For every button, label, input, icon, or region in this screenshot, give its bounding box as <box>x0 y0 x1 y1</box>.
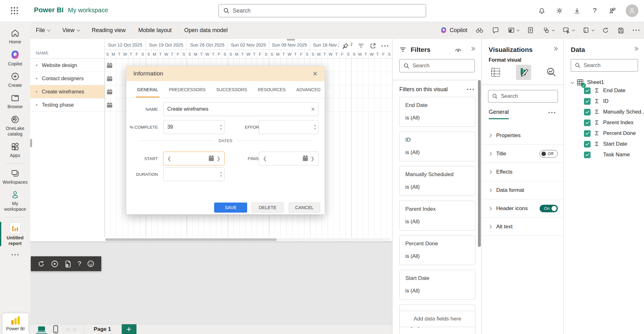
explore-binoculars-icon[interactable] <box>475 26 484 34</box>
toolbar-more-icon[interactable] <box>633 30 640 31</box>
format-search-input[interactable] <box>501 93 550 99</box>
calendar-icon[interactable] <box>107 102 113 108</box>
next-date-icon[interactable]: ❯ <box>216 156 220 161</box>
menu-mobile-layout[interactable]: Mobile layout <box>138 27 172 34</box>
task-row-contact-designers[interactable]: Contact designers <box>30 72 104 85</box>
nav-home[interactable]: Home <box>0 26 30 47</box>
task-name-field[interactable]: ✕ <box>163 102 319 116</box>
finish-date-field[interactable]: ❮ ❯ <box>259 152 319 165</box>
nav-workspaces[interactable]: Workspaces <box>0 166 30 187</box>
filter-card[interactable]: Parent Index is (All) <box>399 201 475 231</box>
selection-handle[interactable] <box>30 139 32 147</box>
section-title[interactable]: Title Off <box>482 145 564 163</box>
filters-search-box[interactable] <box>399 59 475 72</box>
delete-button[interactable]: DELETE <box>252 203 284 213</box>
settings-gear-icon[interactable] <box>555 7 564 15</box>
desktop-view-icon[interactable] <box>37 324 46 334</box>
pin-visual-icon[interactable] <box>342 42 349 49</box>
field-task-name[interactable]: Σ Task Name <box>584 151 630 158</box>
new-page-button[interactable] <box>122 324 136 334</box>
buttons-icon[interactable] <box>582 26 594 34</box>
filter-card[interactable]: Manually Scheduled is (All) <box>399 166 475 196</box>
clear-name-icon[interactable]: ✕ <box>311 106 315 112</box>
field-end-date[interactable]: Σ End Date <box>584 87 625 94</box>
section-header-icons[interactable]: Header icons On <box>482 199 564 218</box>
text-box-icon[interactable] <box>508 26 519 34</box>
save-button[interactable]: SAVE <box>214 203 247 213</box>
filter-card[interactable]: ID is (All) <box>399 131 475 161</box>
visual-more-options-icon[interactable] <box>381 45 388 47</box>
cancel-button[interactable]: CANCEL <box>289 203 320 213</box>
global-search-box[interactable] <box>219 4 426 17</box>
number-stepper[interactable]: ▲▼ <box>220 168 222 181</box>
format-search-box[interactable] <box>488 90 558 103</box>
field-parent-index[interactable]: Σ Parent Index <box>584 119 633 126</box>
checkbox-checked[interactable] <box>584 87 591 94</box>
field-start-date[interactable]: Σ Start Date <box>584 141 627 148</box>
pct-complete-input[interactable] <box>164 124 224 130</box>
nav-onelake-catalog[interactable]: OneLake catalog <box>0 112 30 139</box>
next-page-icon[interactable]: ▷ <box>74 326 77 332</box>
new-visual-icon[interactable] <box>562 26 574 34</box>
powerbi-footer-card[interactable]: Power BI <box>3 313 28 334</box>
prev-page-icon[interactable]: ◁ <box>65 326 69 332</box>
eye-icon[interactable] <box>454 47 462 53</box>
data-search-box[interactable] <box>571 59 638 72</box>
rail-more-options[interactable] <box>0 252 30 258</box>
field-id[interactable]: Σ ID <box>584 98 608 105</box>
checkbox-checked[interactable] <box>584 141 591 148</box>
nav-untitled-report[interactable]: Untitled report <box>0 220 30 249</box>
filter-card[interactable]: End Date is (All) <box>399 97 475 127</box>
duration-input[interactable] <box>164 171 224 177</box>
effort-input[interactable] <box>259 124 318 130</box>
format-more-icon[interactable] <box>548 112 555 113</box>
calendar-picker-icon[interactable] <box>209 156 214 161</box>
menu-reading-view[interactable]: Reading view <box>92 27 126 34</box>
task-name-input[interactable] <box>164 106 318 112</box>
filters-more-icon[interactable] <box>467 89 474 90</box>
table-sheet1[interactable]: Sheet1 <box>571 79 644 86</box>
section-properties[interactable]: Properties <box>482 126 564 145</box>
menu-file[interactable]: File <box>36 27 50 34</box>
smiley-feedback-icon[interactable] <box>87 260 95 268</box>
calendar-icon[interactable] <box>107 76 113 81</box>
collapse-panel-icon[interactable] <box>471 47 475 50</box>
format-tab-general[interactable]: General <box>489 109 509 119</box>
note-page-icon[interactable] <box>527 26 534 34</box>
nav-my-workspace[interactable]: My workspace <box>0 187 30 214</box>
calendar-picker-icon[interactable] <box>303 156 308 161</box>
tab-resources[interactable]: RESOURCES <box>258 82 286 97</box>
visual-filter-icon[interactable] <box>358 43 364 49</box>
checkbox-checked[interactable] <box>584 120 591 126</box>
nav-copilot[interactable]: Copilot <box>0 47 30 69</box>
duration-field[interactable]: ▲▼ <box>163 167 225 181</box>
gantt-horizontal-scrollbar[interactable] <box>105 238 390 241</box>
filters-scrollbar-thumb[interactable] <box>478 80 481 247</box>
checkbox-checked[interactable] <box>584 98 591 105</box>
title-toggle[interactable]: Off <box>540 150 558 158</box>
export-data-icon[interactable] <box>64 260 72 268</box>
prev-date-icon[interactable]: ❮ <box>167 156 171 161</box>
next-date-icon[interactable]: ❯ <box>310 156 314 161</box>
tab-predecessors[interactable]: PREDECESSORS <box>169 82 206 97</box>
nav-apps[interactable]: Apps <box>0 139 30 161</box>
build-visual-icon[interactable] <box>488 65 503 80</box>
tab-successors[interactable]: SUCCESSORS <box>216 82 247 97</box>
effort-field[interactable]: ▲▼ <box>259 120 319 134</box>
dialog-close-icon[interactable]: ✕ <box>313 70 318 77</box>
filter-card[interactable]: Percent Done is (All) <box>399 235 475 265</box>
nav-browse[interactable]: Browse <box>0 91 30 112</box>
play-icon[interactable] <box>51 260 59 268</box>
pct-complete-field[interactable]: ▲▼ <box>163 120 225 134</box>
mobile-view-icon[interactable] <box>53 324 58 334</box>
help-icon[interactable]: ? <box>591 7 599 15</box>
tab-advanced[interactable]: ADVANCED <box>296 82 320 97</box>
app-launcher-icon[interactable] <box>10 6 19 15</box>
task-row-website-design[interactable]: Website design <box>30 59 104 72</box>
section-data-format[interactable]: Data format <box>482 181 564 199</box>
number-stepper[interactable]: ▲▼ <box>220 120 222 134</box>
feedback-icon[interactable] <box>608 7 616 15</box>
copilot-button[interactable]: Copilot <box>440 27 467 34</box>
format-visual-icon[interactable] <box>516 65 531 80</box>
scrollbar-thumb[interactable] <box>105 238 277 241</box>
